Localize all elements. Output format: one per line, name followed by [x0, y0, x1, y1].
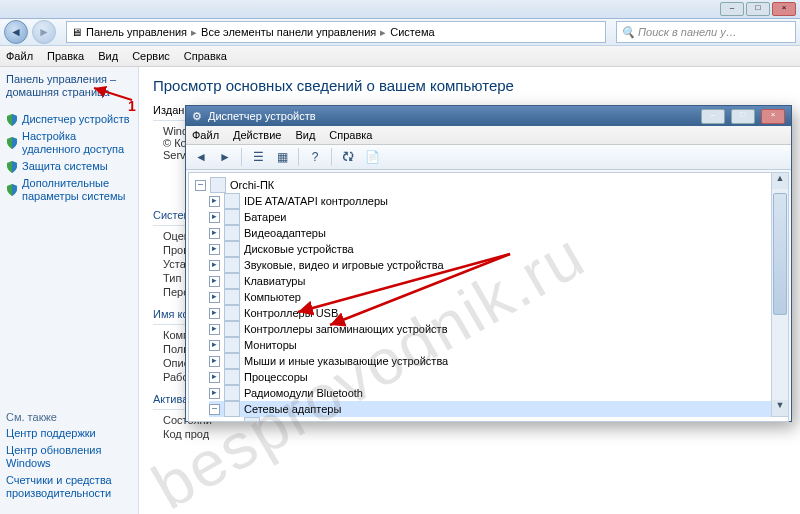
device-icon [224, 209, 240, 225]
expand-toggle[interactable]: ▸ [209, 260, 220, 271]
tree-node[interactable]: ▸IDE ATA/ATAPI контроллеры [209, 193, 784, 209]
expand-toggle[interactable]: ▸ [209, 244, 220, 255]
expand-toggle[interactable]: ▸ [209, 228, 220, 239]
menu-tools[interactable]: Сервис [132, 50, 170, 62]
scroll-thumb[interactable] [773, 193, 787, 315]
tb-help-icon[interactable]: ? [304, 146, 326, 168]
sidebar-see-also: См. также Центр поддержки Центр обновлен… [6, 411, 126, 504]
sidebar-home-title[interactable]: Панель управления – домашняя страница [6, 73, 132, 99]
tree-node-label: Видеоадаптеры [244, 227, 326, 239]
menu-help[interactable]: Справка [329, 129, 372, 141]
expand-toggle[interactable]: ▸ [209, 340, 220, 351]
device-icon [224, 273, 240, 289]
maximize-button[interactable]: □ [731, 109, 755, 124]
tree-node[interactable]: ▸Мыши и иные указывающие устройства [209, 353, 784, 369]
tree-node-label: Мониторы [244, 339, 297, 351]
see-also-link[interactable]: Счетчики и средства производительности [6, 474, 126, 500]
maximize-button[interactable]: □ [746, 2, 770, 16]
shield-icon [6, 114, 18, 126]
expand-toggle[interactable]: – [195, 180, 206, 191]
expand-toggle[interactable]: ▸ [209, 276, 220, 287]
tree-node-label: Радиомодули Bluetooth [244, 387, 363, 399]
tree-node[interactable]: ▸Видеоадаптеры [209, 225, 784, 241]
search-icon: 🔍 [621, 26, 635, 39]
menu-file[interactable]: Файл [192, 129, 219, 141]
minimize-button[interactable]: – [720, 2, 744, 16]
menu-help[interactable]: Справка [184, 50, 227, 62]
tb-scan-icon[interactable]: 🗘 [337, 146, 359, 168]
tb-show-hidden-icon[interactable]: ☰ [247, 146, 269, 168]
expand-toggle[interactable]: ▸ [209, 356, 220, 367]
breadcrumb-item[interactable]: Панель управления [86, 26, 187, 38]
expand-toggle[interactable]: ▸ [209, 324, 220, 335]
tb-view-icon[interactable]: ▦ [271, 146, 293, 168]
tree-node[interactable]: ▸Мониторы [209, 337, 784, 353]
expand-toggle[interactable]: ▸ [209, 292, 220, 303]
expand-toggle[interactable]: ▸ [209, 308, 220, 319]
tree-node-label: Сетевые адаптеры [244, 403, 341, 415]
search-input[interactable]: 🔍 Поиск в панели у… [616, 21, 796, 43]
sidebar-link-label: Защита системы [22, 160, 108, 173]
expand-toggle[interactable]: ▸ [209, 372, 220, 383]
close-button[interactable]: × [761, 109, 785, 124]
see-also-title: См. также [6, 411, 126, 423]
sidebar-link-remote[interactable]: Настройка удаленного доступа [6, 130, 132, 156]
sidebar-link-advanced[interactable]: Дополнительные параметры системы [6, 177, 132, 203]
shield-icon [6, 184, 18, 196]
menu-view[interactable]: Вид [295, 129, 315, 141]
breadcrumb-item[interactable]: Система [390, 26, 434, 38]
tree-node[interactable]: ▸Радиомодули Bluetooth [209, 385, 784, 401]
tree-node[interactable]: ▸Контроллеры запоминающих устройств [209, 321, 784, 337]
menu-action[interactable]: Действие [233, 129, 281, 141]
devmgr-icon: ⚙ [192, 110, 202, 123]
scrollbar-vertical[interactable]: ▲ ▼ [771, 172, 789, 417]
tree-node-label: Orchi-ПК [230, 179, 274, 191]
sidebar-link-device-manager[interactable]: Диспетчер устройств [6, 113, 132, 126]
expand-toggle[interactable]: ▸ [209, 212, 220, 223]
breadcrumb-item[interactable]: Все элементы панели управления [201, 26, 376, 38]
scroll-down-button[interactable]: ▼ [772, 400, 788, 416]
chevron-right-icon: ▸ [191, 26, 197, 39]
device-icon [224, 241, 240, 257]
tb-back-icon[interactable]: ◄ [190, 146, 212, 168]
see-also-link[interactable]: Центр поддержки [6, 427, 126, 440]
menu-view[interactable]: Вид [98, 50, 118, 62]
devmgr-menu-bar: Файл Действие Вид Справка [186, 126, 791, 145]
breadcrumb[interactable]: 🖥 Панель управления ▸ Все элементы панел… [66, 21, 606, 43]
menu-edit[interactable]: Правка [47, 50, 84, 62]
sidebar-link-protection[interactable]: Защита системы [6, 160, 132, 173]
tree-node-label: Intel(R) Centrino(R) Advanced-N 6235 [264, 419, 450, 422]
device-tree[interactable]: –Orchi-ПК▸IDE ATA/ATAPI контроллеры▸Бата… [188, 172, 789, 422]
tree-node[interactable]: ▸Клавиатуры [209, 273, 784, 289]
tree-node-label: Компьютер [244, 291, 301, 303]
expand-toggle[interactable]: ▸ [209, 196, 220, 207]
tree-node[interactable]: ▸Процессоры [209, 369, 784, 385]
sidebar-link-label: Диспетчер устройств [22, 113, 130, 126]
tb-properties-icon[interactable]: 📄 [361, 146, 383, 168]
minimize-button[interactable]: – [701, 109, 725, 124]
tb-forward-icon[interactable]: ► [214, 146, 236, 168]
tree-node[interactable]: ▸Дисковые устройства [209, 241, 784, 257]
device-manager-window: ⚙ Диспетчер устройств – □ × Файл Действи… [185, 105, 792, 422]
window-titlebar: – □ × [0, 0, 800, 19]
close-button[interactable]: × [772, 2, 796, 16]
forward-button[interactable]: ► [32, 20, 56, 44]
tree-node[interactable]: –Orchi-ПК [195, 177, 784, 193]
expand-toggle[interactable]: – [209, 404, 220, 415]
see-also-link[interactable]: Центр обновления Windows [6, 444, 126, 470]
scroll-up-button[interactable]: ▲ [772, 173, 788, 189]
tree-node[interactable]: Intel(R) Centrino(R) Advanced-N 6235 [229, 417, 784, 422]
expand-toggle[interactable]: ▸ [209, 388, 220, 399]
device-icon [210, 177, 226, 193]
tree-node[interactable]: ▸Контроллеры USB [209, 305, 784, 321]
devmgr-title-text: Диспетчер устройств [208, 110, 316, 122]
device-icon [224, 321, 240, 337]
devmgr-titlebar[interactable]: ⚙ Диспетчер устройств – □ × [186, 106, 791, 126]
tree-node[interactable]: –Сетевые адаптеры [209, 401, 784, 417]
back-button[interactable]: ◄ [4, 20, 28, 44]
menu-file[interactable]: Файл [6, 50, 33, 62]
device-icon [224, 385, 240, 401]
tree-node[interactable]: ▸Звуковые, видео и игровые устройства [209, 257, 784, 273]
tree-node[interactable]: ▸Компьютер [209, 289, 784, 305]
tree-node[interactable]: ▸Батареи [209, 209, 784, 225]
